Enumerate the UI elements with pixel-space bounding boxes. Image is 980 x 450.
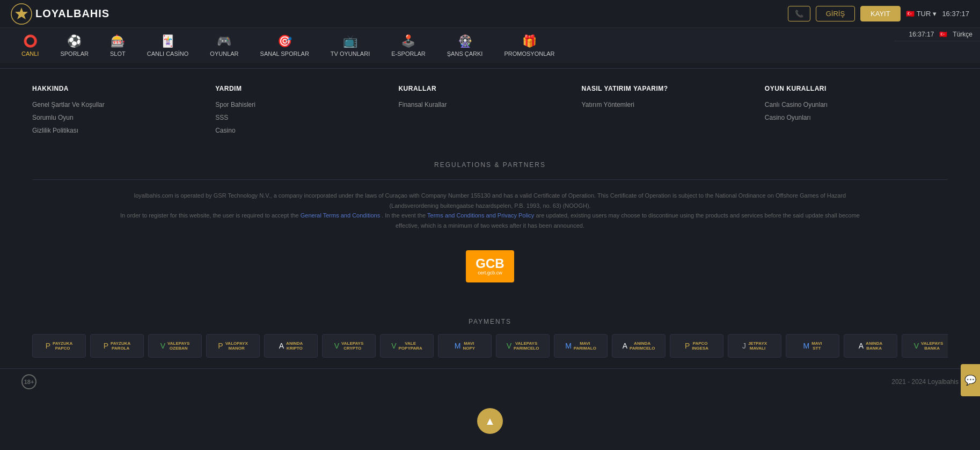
payment-card-0[interactable]: P PAYZUKAPAPCO	[32, 334, 86, 358]
footer-link-gizlilik[interactable]: Gizlilik Politikası	[32, 127, 215, 134]
gcb-badge[interactable]: GCB cert.gcb.cw	[466, 250, 514, 282]
footer-col-title-oyun-kurallari: OYUN KURALLARI	[765, 85, 948, 92]
logo-area: LOYALBAHIS	[11, 3, 109, 25]
overlay-lang: Türkçe	[953, 31, 972, 38]
nav-label-sanal-sporlar: SANAL SPORLAR	[260, 50, 309, 57]
nav-item-sans-carki[interactable]: 🎡 ŞANS ÇARKI	[436, 28, 494, 63]
payment-prefix-7: M	[455, 342, 461, 350]
kayit-button[interactable]: KAYIT	[860, 6, 901, 21]
payment-card-14[interactable]: A ANINDABANKA	[844, 334, 897, 358]
sanal-sporlar-icon: 🎯	[277, 34, 292, 48]
age-badge: 18+	[21, 374, 36, 389]
live-chat-button[interactable]: 💬	[961, 364, 980, 395]
payment-label-2: VALEPAYSOZEBAN	[167, 341, 189, 351]
payment-card-4[interactable]: A ANINDAKRIPTO	[264, 334, 318, 358]
payment-prefix-3: P	[218, 342, 223, 350]
footer-bottom: 18+ 2021 - 2024 Loyalbahis	[0, 368, 980, 395]
payment-label-9: MAVIPARIMALO	[574, 341, 596, 351]
reg-text-2: In order to register for this website, t…	[120, 212, 299, 219]
nav-item-tv-oyunlari[interactable]: 📺 TV OYUNLARI	[320, 28, 381, 63]
header-time: 16:37:17	[942, 10, 969, 18]
payment-card-10[interactable]: A ANINDAPARIMCELO	[612, 334, 665, 358]
lang-label: TUR	[917, 10, 931, 18]
phone-button[interactable]: 📞	[788, 6, 810, 21]
footer-link-sartlar[interactable]: Genel Şartlar Ve Koşullar	[32, 101, 215, 108]
footer-link-yatirim-yontemleri[interactable]: Yatırım Yöntemleri	[582, 101, 765, 108]
nav-item-slot[interactable]: 🎰 SLOT	[99, 28, 136, 63]
regulations-section: REGULATIONS & PARTNERS loyalbahis.com is…	[0, 150, 980, 313]
payment-prefix-1: P	[104, 342, 108, 350]
giris-button[interactable]: GİRİŞ	[816, 6, 855, 21]
footer-col-title-kurallar: KURALLAR	[398, 85, 581, 92]
footer-col-title-yatirim: NASIL YATIRIM YAPARIM?	[582, 85, 765, 92]
nav-item-canli[interactable]: ⭕ CANLI	[11, 28, 49, 63]
footer-link-canli-casino-oyunlari[interactable]: Canlı Casino Oyunları	[765, 101, 948, 108]
footer-col-title-hakkinda: HAKKINDA	[32, 85, 215, 92]
regulations-title: REGULATIONS & PARTNERS	[32, 161, 948, 169]
footer-link-casino[interactable]: Casino	[215, 127, 398, 134]
payment-label-13: MAVISTT	[811, 341, 822, 351]
payment-card-13[interactable]: M MAVISTT	[786, 334, 839, 358]
nav-item-sporlar[interactable]: ⚽ SPORLAR	[49, 28, 99, 63]
lang-selector[interactable]: 🇹🇷 TUR ▾	[906, 10, 937, 18]
payment-label-11: PAPCOINGESA	[692, 341, 708, 351]
payment-prefix-2: V	[160, 342, 165, 350]
nav-item-e-sporlar[interactable]: 🕹️ E-SPORLAR	[381, 28, 436, 63]
payment-prefix-10: A	[623, 342, 627, 350]
canli-icon: ⭕	[23, 34, 38, 48]
payment-card-3[interactable]: P VALOPAYXMANOR	[206, 334, 260, 358]
footer-col-oyun-kurallari: OYUN KURALLARI Canlı Casino Oyunları Cas…	[765, 85, 948, 140]
sans-carki-icon: 🎡	[458, 34, 472, 48]
footer-link-sorumlu[interactable]: Sorumlu Oyun	[32, 114, 215, 121]
payment-card-2[interactable]: V VALEPAYSOZEBAN	[148, 334, 202, 358]
payment-card-5[interactable]: V VALEPAYSCRYPTO	[322, 334, 376, 358]
payment-prefix-9: M	[565, 342, 572, 350]
payments-row: P PAYZUKAPAPCO P PAYZUKAPAROLA V VALEPAY…	[32, 334, 948, 358]
reg-link-1[interactable]: General Terms and Conditions	[301, 212, 380, 219]
payment-card-8[interactable]: V VALEPAYSPARIMCELO	[496, 334, 550, 358]
sporlar-icon: ⚽	[67, 34, 82, 48]
svg-marker-1	[15, 8, 28, 19]
footer-link-sss[interactable]: SSS	[215, 114, 398, 121]
tv-oyunlari-icon: 📺	[343, 34, 357, 48]
oyunlar-icon: 🎮	[217, 34, 231, 48]
footer-link-casino-oyunlari[interactable]: Casino Oyunları	[765, 114, 948, 121]
overlay-flag: 🇹🇷	[939, 31, 947, 38]
overlay-time: 16:37:17	[909, 31, 934, 38]
payment-label-5: VALEPAYSCRYPTO	[341, 341, 363, 351]
payment-prefix-14: A	[859, 342, 864, 350]
regulations-text: loyalbahis.com is operated by GSR Techno…	[114, 191, 866, 231]
gcb-text: GCB	[476, 257, 504, 270]
payment-prefix-15: V	[914, 342, 919, 350]
payment-label-7: MAVINOPY	[463, 341, 476, 351]
chevron-down-icon: ▾	[933, 10, 937, 18]
nav-label-canli: CANLI	[21, 50, 39, 57]
payment-card-1[interactable]: P PAYZUKAPAROLA	[90, 334, 144, 358]
footer-link-spor-bahisleri[interactable]: Spor Bahisleri	[215, 101, 398, 108]
payment-card-6[interactable]: V VALEPOPYPARA	[380, 334, 434, 358]
payment-card-15[interactable]: V VALEPAYSBANKA	[902, 334, 948, 358]
payment-card-9[interactable]: M MAVIPARIMALO	[554, 334, 608, 358]
payment-prefix-6: V	[391, 342, 396, 350]
nav-item-oyunlar[interactable]: 🎮 OYUNLAR	[199, 28, 249, 63]
logo-text: LOYALBAHIS	[35, 8, 109, 20]
payment-card-7[interactable]: M MAVINOPY	[438, 334, 492, 358]
footer-links: HAKKINDA Genel Şartlar Ve Koşullar Sorum…	[0, 69, 980, 150]
nav-label-e-sporlar: E-SPORLAR	[391, 50, 426, 57]
nav-item-promosyonlar[interactable]: 🎁 PROMOSYONLAR	[493, 28, 565, 63]
payment-prefix-0: P	[46, 342, 50, 350]
nav-item-sanal-sporlar[interactable]: 🎯 SANAL SPORLAR	[250, 28, 320, 63]
time-lang-overlay: 16:37:17 🇹🇷 Türkçe	[894, 28, 980, 41]
nav-item-canli-casino[interactable]: 🃏 CANLI CASİNO	[136, 28, 200, 63]
footer-link-finansal[interactable]: Finansal Kurallar	[398, 101, 581, 108]
regulations-divider	[32, 179, 948, 180]
footer-col-yatirim: NASIL YATIRIM YAPARIM? Yatırım Yöntemler…	[582, 85, 765, 140]
reg-link-2[interactable]: Terms and Conditions and Privacy Policy	[427, 212, 534, 219]
payment-card-11[interactable]: P PAPCOINGESA	[670, 334, 723, 358]
nav-bar: ⭕ CANLI ⚽ SPORLAR 🎰 SLOT 🃏 CANLI CASİNO …	[0, 28, 980, 63]
nav-label-canli-casino: CANLI CASİNO	[147, 50, 189, 57]
payments-section: PAYMENTS P PAYZUKAPAPCO P PAYZUKAPAROLA …	[0, 313, 980, 368]
payment-card-12[interactable]: J JETPAYXMAVALI	[728, 334, 781, 358]
payment-prefix-12: J	[742, 342, 746, 350]
nav-label-sans-carki: ŞANS ÇARKI	[447, 50, 483, 57]
